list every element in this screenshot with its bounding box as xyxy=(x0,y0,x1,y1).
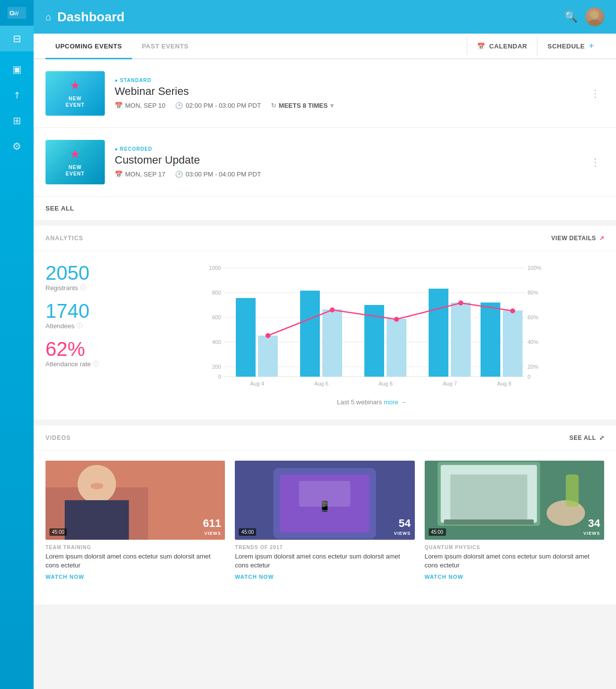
svg-text:Aug 4: Aug 4 xyxy=(250,381,264,387)
sidebar-item-settings[interactable]: ⚙ xyxy=(0,133,34,159)
trend-icon: ↗ xyxy=(599,235,605,242)
videos-see-all-button[interactable]: SEE ALL ⤢ xyxy=(570,434,604,441)
video-views-3: 34 VIEWS xyxy=(583,517,600,536)
analytics-chart: 1000 800 600 400 200 0 100% 80% 60% 40% … xyxy=(139,263,604,408)
svg-text:0: 0 xyxy=(218,374,221,380)
svg-rect-37 xyxy=(299,481,351,507)
calendar-action[interactable]: 📅 CALENDAR xyxy=(467,38,537,55)
svg-text:Aug 7: Aug 7 xyxy=(443,381,457,387)
event-time-1: 🕑 02:00 PM - 03:00 PM PDT xyxy=(175,102,261,109)
clock-icon-2: 🕑 xyxy=(175,171,183,178)
svg-text:0: 0 xyxy=(528,374,530,380)
registrants-label: Registrants ⓘ xyxy=(45,284,125,292)
tab-past[interactable]: PAST EVENTS xyxy=(132,34,199,59)
info-icon-3: ⓘ xyxy=(93,360,99,368)
view-details-button[interactable]: VIEW DETAILS ↗ xyxy=(551,235,604,242)
attendance-rate-value: 62% xyxy=(45,339,125,359)
watch-now-button-3[interactable]: WATCH NOW xyxy=(425,574,604,580)
line-dot xyxy=(458,301,463,305)
settings-icon: ⚙ xyxy=(12,140,21,152)
event-title-1[interactable]: Webinar Series xyxy=(115,85,576,98)
svg-text:60%: 60% xyxy=(528,314,538,320)
video-card-2: 📱 45:00 54 VIEWS TRENDS OF 2017 Lorem ip… xyxy=(235,461,414,580)
see-all-button[interactable]: SEE ALL xyxy=(34,197,616,220)
video-thumb-image-2: 📱 xyxy=(235,461,414,540)
event-more-2[interactable]: ⋮ xyxy=(586,154,604,170)
tab-upcoming[interactable]: UPCOMING EVENTS xyxy=(45,34,132,59)
chevron-down-icon: ▾ xyxy=(330,102,334,109)
sidebar-item-screen[interactable]: ▣ xyxy=(0,56,34,82)
video-thumb-1[interactable]: 45:00 611 VIEWS xyxy=(45,461,225,540)
event-date-1: 📅 MON, SEP 10 xyxy=(115,102,165,109)
schedule-action[interactable]: SCHEDULE + xyxy=(537,36,604,56)
bar xyxy=(387,319,406,377)
attendees-label: Attendees ⓘ xyxy=(45,322,125,330)
video-views-2: 54 VIEWS xyxy=(394,517,411,536)
event-thumbnail-1[interactable]: ★ NEW EVENT xyxy=(45,71,105,116)
video-thumb-3[interactable]: 45:00 34 VIEWS xyxy=(425,461,604,540)
calendar-icon: 📅 xyxy=(477,43,485,50)
avatar-image xyxy=(585,7,604,26)
svg-text:600: 600 xyxy=(212,314,221,320)
analytics-header: ANALYTICS VIEW DETAILS ↗ xyxy=(34,226,616,251)
sidebar-item-dashboard[interactable]: ⊟ xyxy=(0,26,34,51)
svg-text:200: 200 xyxy=(212,364,221,370)
main-content: ⌂ Dashboard 🔍 UPCOMING EVENTS PAST EVENT… xyxy=(34,0,616,689)
bar xyxy=(236,298,256,377)
thumbnail-label-1: NEW EVENT xyxy=(66,95,85,108)
bar xyxy=(451,302,471,377)
video-category-2: TRENDS OF 2017 xyxy=(235,545,414,550)
sidebar-item-apps[interactable]: ⊞ xyxy=(0,108,34,133)
bar xyxy=(429,289,448,377)
bar xyxy=(481,302,500,377)
event-more-1[interactable]: ⋮ xyxy=(586,86,604,101)
line-dot xyxy=(265,333,270,338)
chart-more-link[interactable]: more → xyxy=(384,398,406,406)
svg-text:100%: 100% xyxy=(528,265,541,271)
event-title-2[interactable]: Customer Update xyxy=(115,154,576,167)
videos-header: VIDEOS SEE ALL ⤢ xyxy=(34,426,616,451)
stat-attendees: 1740 Attendees ⓘ xyxy=(45,301,125,330)
page-title: Dashboard xyxy=(57,9,125,25)
svg-text:80%: 80% xyxy=(528,290,538,296)
video-description-2: Lorem ipsum dolorsit amet cons ectetur s… xyxy=(235,552,414,570)
stat-registrants: 2050 Registrants ⓘ xyxy=(45,263,125,292)
event-meets-1[interactable]: ↻ MEETS 8 TIMES ▾ xyxy=(271,102,334,109)
svg-text:1000: 1000 xyxy=(209,265,221,271)
analytics-title: ANALYTICS xyxy=(45,235,84,242)
svg-text:W: W xyxy=(14,11,19,16)
analytics-section: ANALYTICS VIEW DETAILS ↗ 2050 Registrant… xyxy=(34,226,616,420)
bar xyxy=(300,291,320,377)
svg-rect-31 xyxy=(65,500,129,540)
event-thumbnail-2[interactable]: ★ NEW EVENT xyxy=(45,140,105,184)
topbar-right: 🔍 xyxy=(564,7,604,26)
event-date-2: 📅 MON, SEP 17 xyxy=(115,171,165,178)
home-icon: ⌂ xyxy=(45,11,51,23)
video-duration-2: 45:00 xyxy=(239,528,256,536)
user-avatar[interactable] xyxy=(585,7,604,26)
line-dot xyxy=(510,308,515,313)
svg-point-32 xyxy=(90,483,103,489)
event-info-2: ● RECORDED Customer Update 📅 MON, SEP 17… xyxy=(115,146,576,178)
event-time-2: 🕑 03:00 PM - 04:00 PM PDT xyxy=(175,171,261,178)
registrants-value: 2050 xyxy=(45,263,125,283)
line-dot xyxy=(394,317,399,322)
dashboard-icon: ⊟ xyxy=(13,33,21,44)
watch-now-button-1[interactable]: WATCH NOW xyxy=(45,574,225,580)
video-thumb-2[interactable]: 📱 45:00 54 VIEWS xyxy=(235,461,414,540)
event-badge-2: ● RECORDED xyxy=(115,146,576,152)
sidebar-nav: ▣ ↗ ⊞ ⚙ xyxy=(0,56,34,159)
repeat-icon: ↻ xyxy=(271,102,276,109)
event-card-2: ★ NEW EVENT ● RECORDED Customer Update 📅… xyxy=(34,128,616,197)
video-duration-1: 45:00 xyxy=(49,528,67,536)
sidebar-item-analytics[interactable]: ↗ xyxy=(0,82,34,108)
bar xyxy=(322,309,342,377)
external-link-icon: ⤢ xyxy=(599,434,605,441)
thumbnail-label-2: NEW EVENT xyxy=(66,164,85,177)
watch-now-button-2[interactable]: WATCH NOW xyxy=(235,574,414,580)
svg-text:40%: 40% xyxy=(528,339,538,345)
calendar-small-icon-2: 📅 xyxy=(115,171,123,178)
search-icon[interactable]: 🔍 xyxy=(564,10,577,23)
event-meta-1: 📅 MON, SEP 10 🕑 02:00 PM - 03:00 PM PDT … xyxy=(115,102,576,109)
event-info-1: ● STANDARD Webinar Series 📅 MON, SEP 10 … xyxy=(115,78,576,109)
